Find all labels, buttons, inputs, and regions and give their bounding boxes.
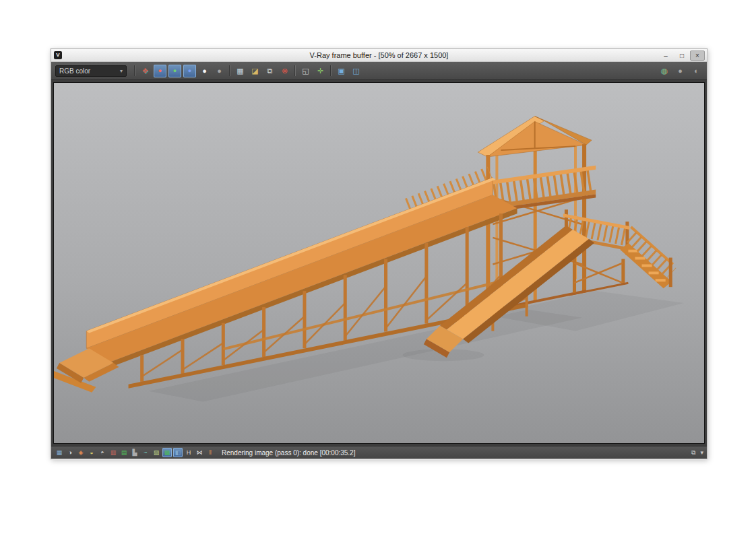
green-channel-button[interactable]: ● <box>168 65 181 77</box>
vray-logo-icon: V <box>54 51 62 59</box>
region-render-button[interactable]: ◱ <box>299 65 312 77</box>
exposure-icon[interactable]: ◒ <box>87 448 96 457</box>
rendered-image-svg <box>54 83 704 443</box>
duplicate-to-host-button[interactable]: ⧉ <box>263 65 276 77</box>
compare-icon[interactable]: ⋈ <box>195 448 204 457</box>
close-button[interactable]: × <box>690 51 705 61</box>
status-bar: ▦ ◑ ◈ ◒ ◓ ▥ ▤ ▙ ~ ▨ ▩ ◧ H ⋈ ‖ Rendering … <box>51 446 707 459</box>
pixel-information-button[interactable]: ◫ <box>350 65 363 77</box>
curves-icon[interactable]: ~ <box>141 448 150 457</box>
small-slide <box>424 226 594 358</box>
ocio-icon[interactable]: ◧ <box>173 448 183 457</box>
white-balance-icon[interactable]: ◓ <box>98 448 107 457</box>
rendered-image[interactable] <box>53 82 705 444</box>
minimize-button[interactable]: – <box>658 51 674 61</box>
pixel-info-icon[interactable]: ◈ <box>76 448 86 457</box>
channel-select-value: RGB color <box>59 67 90 75</box>
hue-saturation-icon[interactable]: ▥ <box>108 448 118 457</box>
toolbar-separator <box>330 65 332 76</box>
toolbar-separator <box>294 65 296 76</box>
view-channels-icon[interactable]: ❖ <box>139 65 152 77</box>
background-image-icon[interactable]: ▨ <box>152 448 161 457</box>
dropdown-arrow-icon: ▾ <box>120 68 123 74</box>
toolbar-separator <box>229 65 230 76</box>
main-toolbar: RGB color ▾ ❖ ● ● ● ● ● ▦ ◪ ⧉ ⊗ ◱ ✛ ▣ ◫ … <box>51 62 707 80</box>
load-image-button[interactable]: ◪ <box>249 65 261 77</box>
toolbar-separator <box>134 65 135 76</box>
channel-select-dropdown[interactable]: RGB color ▾ <box>55 65 127 77</box>
levels-icon[interactable]: ▙ <box>130 448 139 457</box>
view-clamped-colors-icon[interactable]: ◑ <box>65 448 75 457</box>
toolbar-right-group: ◍ ● ◐ <box>658 65 703 77</box>
clear-image-button[interactable]: ⊗ <box>278 65 291 77</box>
vray-frame-buffer-window: V V-Ray frame buffer - [50% of 2667 x 15… <box>51 48 707 459</box>
ab-split-icon[interactable]: ‖ <box>206 448 215 457</box>
maximize-button[interactable]: □ <box>674 51 690 61</box>
collapse-icon[interactable]: ▾ <box>700 449 703 457</box>
alpha-channel-button[interactable]: ● <box>198 65 211 77</box>
save-image-button[interactable]: ▦ <box>234 65 247 77</box>
show-corrections-button[interactable]: ▣ <box>335 65 348 77</box>
history-icon[interactable]: H <box>184 448 193 457</box>
force-color-clamping-icon[interactable]: ▦ <box>55 448 64 457</box>
monochrome-button[interactable]: ● <box>213 65 226 77</box>
window-title: V-Ray frame buffer - [50% of 2667 x 1500… <box>51 51 707 59</box>
vfb-settings-button[interactable]: ◐ <box>690 65 703 77</box>
statusbar-right-group: ⧉ ▾ <box>691 449 703 457</box>
window-controls: – □ × <box>658 51 707 61</box>
detach-icon[interactable]: ⧉ <box>691 449 695 457</box>
lut-icon[interactable]: ▩ <box>162 448 172 457</box>
lens-effects-button[interactable]: ● <box>674 65 687 77</box>
red-channel-button[interactable]: ● <box>154 65 166 77</box>
track-mouse-button[interactable]: ✛ <box>314 65 327 77</box>
render-last-button[interactable]: ◍ <box>658 65 670 77</box>
render-viewport[interactable] <box>51 80 707 446</box>
color-balance-icon[interactable]: ▤ <box>119 448 129 457</box>
render-status-text: Rendering image (pass 0): done [00:00:35… <box>222 449 355 457</box>
window-titlebar[interactable]: V V-Ray frame buffer - [50% of 2667 x 15… <box>51 49 707 62</box>
blue-channel-button[interactable]: ● <box>183 65 196 77</box>
